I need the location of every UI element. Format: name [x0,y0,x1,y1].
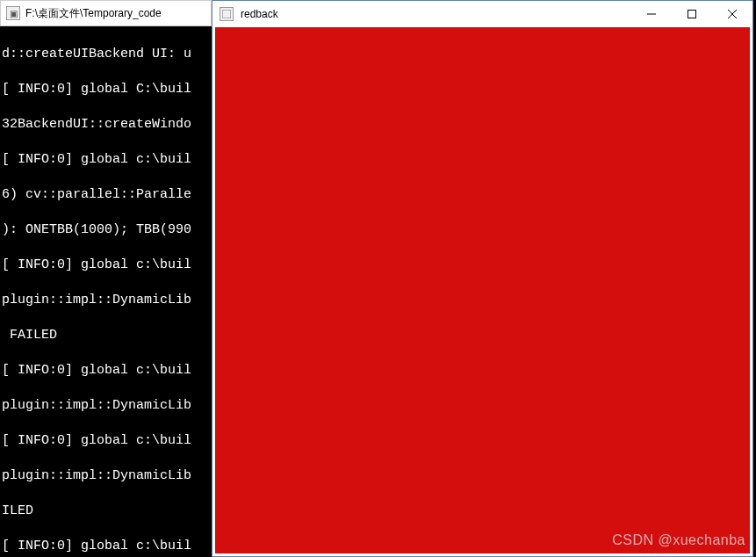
redback-title-text: redback [241,8,631,20]
close-button[interactable] [712,1,752,27]
console-line: [ INFO:0] global c:\buil [2,362,212,380]
console-line: plugin::impl::DynamicLib [2,397,212,415]
console-output: d::createUIBackend UI: u [ INFO:0] globa… [0,26,212,557]
redback-app-icon [220,7,234,21]
redback-client-area [215,27,750,553]
console-line: [ INFO:0] global C:\buil [2,81,212,98]
console-line: ): ONETBB(1000); TBB(990 [2,221,212,239]
maximize-button[interactable] [672,1,712,27]
console-line: [ INFO:0] global c:\buil [2,538,212,555]
console-title-text: F:\桌面文件\Temporary_code [25,6,162,21]
console-line: ILED [2,503,212,520]
svg-rect-0 [222,10,231,18]
console-line: [ INFO:0] global c:\buil [2,151,212,169]
redback-window: redback [212,0,753,557]
redback-titlebar[interactable]: redback [212,1,752,27]
console-line: [ INFO:0] global c:\buil [2,257,212,274]
console-line: plugin::impl::DynamicLib [2,292,212,309]
console-line: 6) cv::parallel::Paralle [2,186,212,204]
console-line: FAILED [2,327,212,344]
console-line: [ INFO:0] global c:\buil [2,432,212,450]
console-line: d::createUIBackend UI: u [2,46,212,63]
console-titlebar[interactable]: ▣ F:\桌面文件\Temporary_code [0,0,212,26]
console-line: 32BackendUI::createWindo [2,116,212,134]
console-line: plugin::impl::DynamicLib [2,467,212,485]
console-app-icon: ▣ [6,6,20,20]
maximize-icon [688,10,696,18]
watermark-text: CSDN @xuechanba [612,532,745,548]
minimize-button[interactable] [631,1,672,27]
close-icon [728,10,737,18]
console-window: ▣ F:\桌面文件\Temporary_code d::createUIBack… [0,0,212,557]
window-controls [631,1,752,27]
minimize-icon [647,10,656,18]
svg-rect-2 [688,11,696,18]
